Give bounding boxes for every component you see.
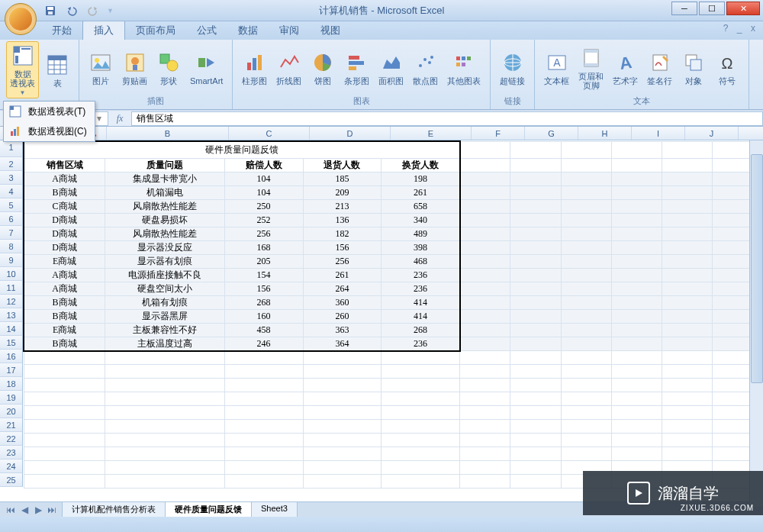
help-icon[interactable]: ? xyxy=(720,23,731,34)
row-header[interactable]: 3 xyxy=(0,171,23,185)
svg-rect-35 xyxy=(456,63,460,66)
status-bar xyxy=(0,517,763,532)
column-header[interactable]: I xyxy=(632,127,685,140)
pivot-table-button[interactable]: 数据 透视表 ▼ xyxy=(6,41,39,98)
table-icon xyxy=(45,53,69,77)
vertical-scrollbar[interactable] xyxy=(749,140,763,507)
textbox-button[interactable]: A 文本框 xyxy=(541,49,572,87)
pivot-chart-menu-item[interactable]: 数据透视图(C) xyxy=(4,121,95,141)
maximize-button[interactable]: ☐ xyxy=(699,2,725,15)
column-header[interactable]: B xyxy=(107,127,229,140)
hyperlink-button[interactable]: 超链接 xyxy=(497,49,528,87)
row-header[interactable]: 19 xyxy=(0,391,23,405)
sheet-nav-prev-icon[interactable]: ◀ xyxy=(18,505,31,515)
row-header[interactable]: 9 xyxy=(0,253,23,267)
name-box-dropdown-icon[interactable]: ▾ xyxy=(94,113,105,124)
row-header[interactable]: 20 xyxy=(0,405,23,418)
column-header[interactable]: H xyxy=(578,127,632,140)
scrollbar-thumb[interactable] xyxy=(751,154,763,383)
qat-more-icon[interactable]: ▼ xyxy=(107,7,114,15)
row-header[interactable]: 1 xyxy=(0,140,23,157)
clipart-button[interactable]: 剪贴画 xyxy=(119,49,150,87)
pivot-table-menu-item[interactable]: 数据透视表(T) xyxy=(4,102,95,121)
tab-view[interactable]: 视图 xyxy=(310,21,351,40)
row-header[interactable]: 10 xyxy=(0,267,23,281)
pie-chart-button[interactable]: 饼图 xyxy=(307,49,338,87)
svg-rect-45 xyxy=(584,63,598,66)
object-button[interactable]: 对象 xyxy=(678,49,709,87)
ribbon-minimize-icon[interactable]: _ xyxy=(734,23,745,34)
row-header[interactable]: 5 xyxy=(0,198,23,212)
row-header[interactable]: 7 xyxy=(0,226,23,240)
close-button[interactable]: ✕ xyxy=(726,2,760,15)
row-header[interactable]: 17 xyxy=(0,363,23,377)
undo-icon[interactable] xyxy=(64,3,79,18)
column-header[interactable]: J xyxy=(685,127,739,140)
minimize-button[interactable]: ─ xyxy=(671,2,697,15)
line-chart-button[interactable]: 折线图 xyxy=(273,49,304,87)
formula-bar-row: ▾ fx 销售区域 xyxy=(0,110,763,127)
row-header[interactable]: 12 xyxy=(0,295,23,308)
wordart-button[interactable]: A 艺术字 xyxy=(610,49,641,87)
column-header[interactable]: C xyxy=(229,127,310,140)
row-header[interactable]: 6 xyxy=(0,212,23,226)
sheet-tab[interactable]: 计算机配件销售分析表 xyxy=(62,501,166,517)
doc-close-icon[interactable]: x xyxy=(748,23,758,34)
row-header[interactable]: 21 xyxy=(0,418,23,432)
sheet-nav-last-icon[interactable]: ⏭ xyxy=(46,505,58,515)
signature-button[interactable]: 签名行 xyxy=(644,49,675,87)
svg-rect-54 xyxy=(14,129,16,136)
column-header[interactable]: E xyxy=(391,127,472,140)
bar-chart-button[interactable]: 条形图 xyxy=(341,49,372,87)
row-header[interactable]: 8 xyxy=(0,240,23,253)
picture-button[interactable]: 图片 xyxy=(85,49,116,87)
fx-button[interactable]: fx xyxy=(108,113,131,124)
signature-icon xyxy=(648,50,672,75)
redo-icon[interactable] xyxy=(85,3,101,18)
tab-review[interactable]: 审阅 xyxy=(269,21,310,40)
row-header[interactable]: 25 xyxy=(0,473,23,487)
other-chart-button[interactable]: 其他图表 xyxy=(444,49,484,87)
row-header[interactable]: 23 xyxy=(0,446,23,459)
shapes-button[interactable]: 形状 xyxy=(153,49,184,87)
smartart-button[interactable]: SmartArt xyxy=(187,49,226,87)
tab-insert[interactable]: 插入 xyxy=(82,20,125,40)
tab-formulas[interactable]: 公式 xyxy=(186,21,227,40)
line-chart-icon xyxy=(277,50,301,75)
formula-bar[interactable]: 销售区域 xyxy=(131,111,763,126)
row-header[interactable]: 4 xyxy=(0,185,23,198)
save-icon[interactable] xyxy=(43,3,58,18)
row-header[interactable]: 18 xyxy=(0,377,23,391)
row-header[interactable]: 15 xyxy=(0,336,23,350)
row-header[interactable]: 24 xyxy=(0,459,23,473)
app-title: 计算机销售 - Microsoft Excel xyxy=(319,4,445,18)
sheet-tab[interactable]: Sheet3 xyxy=(251,501,298,517)
tab-page-layout[interactable]: 页面布局 xyxy=(125,21,186,40)
other-chart-icon xyxy=(452,50,476,75)
tab-data[interactable]: 数据 xyxy=(227,21,269,40)
row-header[interactable]: 22 xyxy=(0,432,23,446)
spreadsheet-grid[interactable]: 硬件质量问题反馈销售区域质量问题赔偿人数退货人数换货人数A商城集成显卡带宽小10… xyxy=(23,140,763,488)
row-header[interactable]: 13 xyxy=(0,308,23,322)
symbol-button[interactable]: Ω 符号 xyxy=(712,49,742,87)
sheet-nav-next-icon[interactable]: ▶ xyxy=(32,505,44,515)
column-header[interactable]: G xyxy=(525,127,578,140)
sheet-tab[interactable]: 硬件质量问题反馈 xyxy=(165,501,252,517)
office-button[interactable] xyxy=(5,3,37,35)
svg-rect-26 xyxy=(349,61,364,65)
column-chart-button[interactable]: 柱形图 xyxy=(239,49,270,87)
column-header[interactable]: F xyxy=(472,127,525,140)
svg-rect-5 xyxy=(21,48,31,50)
row-header[interactable]: 16 xyxy=(0,350,23,363)
area-chart-button[interactable]: 面积图 xyxy=(375,49,407,87)
table-button[interactable]: 表 xyxy=(42,51,72,89)
sheet-nav-first-icon[interactable]: ⏮ xyxy=(5,505,17,515)
column-header[interactable]: D xyxy=(310,127,391,140)
row-header[interactable]: 14 xyxy=(0,322,23,336)
row-header[interactable]: 11 xyxy=(0,281,23,295)
tab-home[interactable]: 开始 xyxy=(41,21,82,40)
svg-rect-23 xyxy=(258,55,262,70)
scatter-chart-button[interactable]: 散点图 xyxy=(410,49,441,87)
row-header[interactable]: 2 xyxy=(0,157,23,171)
header-footer-button[interactable]: 页眉和 页脚 xyxy=(575,44,607,92)
